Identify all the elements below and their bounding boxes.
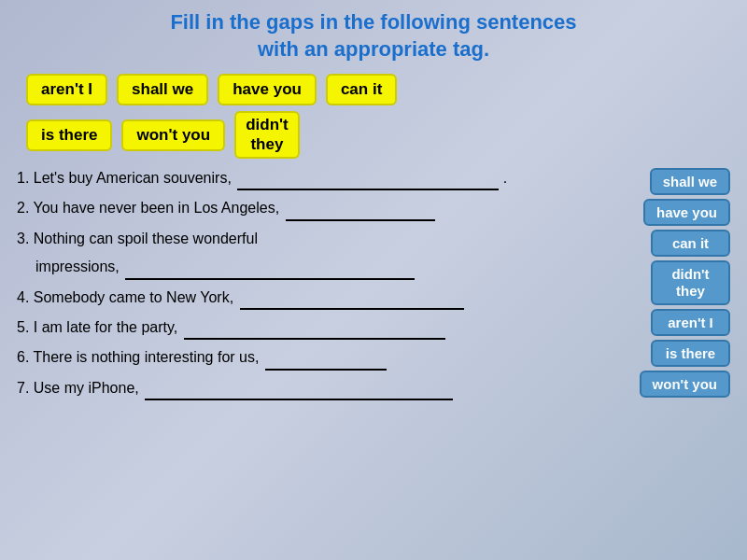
sentence-6-fill [265, 347, 387, 370]
answer-didnt-they[interactable]: didn'tthey [651, 260, 730, 305]
answer-shall-we[interactable]: shall we [650, 168, 730, 195]
sentence-3-text: Nothing can spoil these wonderful [34, 231, 258, 246]
sentence-6-num: 6. [17, 349, 34, 365]
page: Fill in the gaps in the following senten… [0, 0, 747, 560]
tag-arent-i[interactable]: aren't I [26, 74, 107, 105]
sentence-2-num: 2. [17, 200, 34, 216]
tag-can-it[interactable]: can it [326, 74, 397, 105]
sentence-2: 2. You have never been in Los Angeles, [17, 198, 627, 220]
page-title: Fill in the gaps in the following senten… [17, 9, 730, 63]
sentence-4-num: 4. [17, 289, 34, 305]
sentence-4: 4. Somebody came to New York, [17, 287, 627, 310]
sentence-1: 1. Let's buy American souvenirs, . [17, 168, 627, 190]
tag-didnt-they[interactable]: didn'tthey [234, 111, 300, 159]
sentence-5-text: I am late for the party, [34, 319, 177, 335]
tag-have-you[interactable]: have you [218, 74, 317, 105]
sentence-3: 3. Nothing can spoil these wonderful [17, 229, 627, 249]
sentence-3-num: 3. [17, 231, 29, 246]
answer-arent-i[interactable]: aren't I [651, 309, 730, 336]
sentence-5-fill [184, 317, 445, 340]
sentence-1-fill [237, 168, 499, 190]
sentence-1-end: . [503, 170, 507, 186]
sentence-4-fill [240, 287, 464, 310]
sentence-2-fill [286, 198, 435, 220]
answers-column: shall we have you can it didn'tthey aren… [640, 168, 730, 398]
sentence-1-num: 1. [17, 170, 29, 186]
answer-is-there[interactable]: is there [651, 340, 730, 367]
answer-can-it[interactable]: can it [651, 230, 730, 257]
tag-row-1: aren't I shall we have you can it [17, 74, 730, 105]
sentence-3b-text: impressions, [35, 259, 120, 274]
tag-row-2: is there won't you didn'tthey [17, 111, 730, 159]
sentence-5-num: 5. [17, 319, 34, 335]
sentence-3b: impressions, [17, 257, 627, 279]
sentence-7: 7. Use my iPhone, [17, 378, 627, 400]
sentence-7-fill [145, 378, 453, 400]
sentence-7-num: 7. [17, 380, 34, 396]
sentence-6: 6. There is nothing interesting for us, [17, 347, 627, 370]
sentences-section: shall we have you can it didn'tthey aren… [17, 168, 730, 400]
tag-wont-you[interactable]: won't you [121, 119, 225, 151]
tag-is-there[interactable]: is there [26, 119, 112, 151]
sentence-5: 5. I am late for the party, [17, 317, 627, 340]
tag-shall-we[interactable]: shall we [117, 74, 208, 105]
answer-have-you[interactable]: have you [643, 199, 730, 226]
sentence-1-text: Let's buy American souvenirs, [34, 170, 232, 186]
sentence-2-text: You have never been in Los Angeles, [34, 200, 280, 216]
answer-wont-you[interactable]: won't you [640, 371, 730, 398]
sentence-7-text: Use my iPhone, [34, 380, 139, 396]
sentence-4-text: Somebody came to New York, [34, 289, 233, 305]
sentence-3b-fill [125, 257, 415, 279]
sentence-6-text: There is nothing interesting for us, [34, 349, 260, 365]
